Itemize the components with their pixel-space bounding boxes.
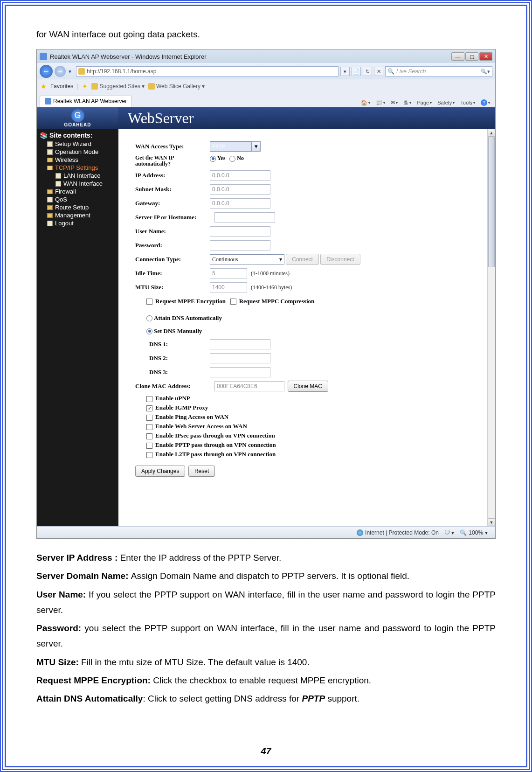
connect-button[interactable]: Connect — [286, 254, 319, 265]
add-fav-icon[interactable]: ✦ — [82, 83, 88, 90]
idle-input[interactable] — [210, 268, 247, 278]
tree-qos[interactable]: QoS — [40, 195, 118, 203]
tree-management[interactable]: Management — [40, 211, 118, 219]
scrollbar[interactable]: ▲ ▼ — [487, 129, 495, 526]
conn-type-label: Connection Type: — [135, 256, 210, 263]
conn-type-select[interactable]: Continuous▾ — [210, 254, 284, 264]
mppc-checkbox[interactable] — [230, 299, 236, 305]
desc-mppe-hd: Request MPPE Encryption: — [36, 675, 153, 685]
upnp-checkbox[interactable] — [146, 396, 152, 402]
maximize-button[interactable]: ▢ — [465, 52, 478, 61]
igmp-checkbox[interactable]: ✓ — [146, 405, 152, 411]
fav-link-webslice[interactable]: Web Slice Gallery ▾ — [148, 83, 205, 90]
back-button[interactable]: ← — [40, 65, 53, 78]
ip-address-input[interactable] — [210, 170, 270, 181]
gateway-input[interactable] — [210, 198, 270, 209]
username-input[interactable] — [210, 226, 270, 236]
wan-access-select[interactable]: PPTP — [210, 141, 252, 152]
wan-ip-no-radio[interactable] — [229, 156, 235, 162]
close-button[interactable]: ✕ — [479, 52, 492, 61]
reset-button[interactable]: Reset — [188, 466, 215, 477]
ipsec-checkbox[interactable] — [146, 433, 152, 439]
protected-icon[interactable]: 🛡 ▾ — [442, 529, 457, 536]
tree-logout[interactable]: Logout — [40, 219, 118, 227]
password-label: Password: — [135, 242, 210, 249]
mtu-hint: (1400-1460 bytes) — [251, 284, 292, 291]
search-input[interactable]: 🔍 Live Search 🔍▾ — [385, 66, 492, 77]
help-icon[interactable]: ?▾ — [478, 98, 492, 107]
compat-icon[interactable]: 📄 — [352, 67, 361, 76]
chevron-down-icon[interactable]: ▾ — [251, 141, 261, 152]
tools-menu[interactable]: Tools▾ — [458, 99, 477, 106]
stop-button[interactable]: ✕ — [374, 67, 383, 76]
desc-domain: Assign Domain Name and dispatch to PPTP … — [131, 571, 409, 581]
tree-lan-interface[interactable]: LAN Interface — [40, 172, 118, 180]
mppe-checkbox[interactable] — [146, 299, 152, 305]
tree-tcpip[interactable]: TCP/IP Settings — [40, 164, 118, 172]
home-icon[interactable]: 🏠▾ — [359, 99, 373, 107]
status-bar: Internet | Protected Mode: On 🛡 ▾ 🔍 100%… — [37, 526, 495, 538]
clone-mac-input[interactable] — [214, 381, 284, 391]
desc-dns-1: : Click to select getting DNS address fo… — [143, 694, 302, 703]
mtu-input[interactable] — [210, 282, 247, 292]
feeds-icon[interactable]: 📰▾ — [373, 99, 387, 107]
server-ip-input[interactable] — [214, 212, 275, 223]
pptp-checkbox[interactable] — [146, 443, 152, 449]
wan-ip-yes-radio[interactable] — [210, 156, 216, 162]
password-input[interactable] — [210, 240, 270, 250]
desc-dns-hd: Attain DNS Automatically — [36, 694, 143, 703]
webserver-checkbox[interactable] — [146, 424, 152, 430]
l2tp-checkbox[interactable] — [146, 452, 152, 458]
dns1-input[interactable] — [210, 339, 270, 349]
refresh-button[interactable]: ↻ — [363, 67, 372, 76]
tree-route-setup[interactable]: Route Setup — [40, 203, 118, 211]
safety-menu[interactable]: Safety▾ — [435, 99, 457, 106]
tree-wireless[interactable]: Wireless — [40, 156, 118, 164]
page-menu[interactable]: Page▾ — [415, 99, 434, 106]
desc-username-hd: User Name: — [36, 590, 89, 599]
forward-button[interactable]: → — [55, 66, 66, 77]
webserver-label: Enable Web Server Access on WAN — [155, 423, 247, 430]
dns3-label: DNS 3: — [135, 369, 210, 376]
idle-label: Idle Time: — [135, 270, 210, 277]
clone-mac-button[interactable]: Clone MAC — [288, 381, 328, 392]
pptp-label: Enable PPTP pass through on VPN connecti… — [155, 441, 276, 448]
scroll-up-icon[interactable]: ▲ — [488, 129, 495, 137]
ie-icon — [40, 53, 47, 60]
mail-icon[interactable]: ✉▾ — [388, 99, 400, 107]
scroll-thumb[interactable] — [488, 137, 495, 267]
l2tp-label: Enable L2TP pass through on VPN connecti… — [155, 451, 276, 458]
dns2-input[interactable] — [210, 353, 270, 363]
search-placeholder: Live Search — [396, 68, 479, 75]
wan-access-label: WAN Access Type: — [135, 143, 210, 150]
tree-firewall[interactable]: Firewall — [40, 188, 118, 195]
dns-auto-radio[interactable] — [146, 315, 152, 321]
favorites-star-icon[interactable]: ★ — [41, 83, 47, 90]
disconnect-button[interactable]: Disconnect — [320, 254, 360, 265]
ip-address-label: IP Address: — [135, 172, 210, 179]
dns3-input[interactable] — [210, 367, 270, 377]
print-icon[interactable]: 🖶▾ — [401, 99, 414, 106]
dns-manual-radio[interactable] — [146, 328, 152, 334]
desc-password-hd: Password: — [36, 623, 84, 633]
tree-wan-interface[interactable]: WAN Interface — [40, 180, 118, 188]
fav-link-suggested[interactable]: Suggested Sites ▾ — [91, 83, 144, 90]
minimize-button[interactable]: — — [451, 52, 464, 61]
subnet-input[interactable] — [210, 184, 270, 195]
scroll-down-icon[interactable]: ▼ — [488, 518, 495, 526]
address-bar: ← → ▼ http://192.168.1.1/home.asp ▾ 📄 ↻ … — [37, 63, 495, 79]
webserver-header: G GOAHEAD WebServer — [37, 107, 495, 129]
desc-dns-2: support. — [325, 694, 359, 703]
tree-operation-mode[interactable]: Operation Mode — [40, 148, 118, 156]
tree-root-label: 📚Site contents: — [40, 132, 118, 139]
browser-tab[interactable]: Realtek WLAN AP Webserver — [40, 96, 132, 107]
nav-history-dropdown[interactable]: ▼ — [68, 69, 74, 74]
search-go-icon[interactable]: 🔍▾ — [481, 69, 490, 75]
url-dropdown-icon[interactable]: ▾ — [340, 67, 350, 76]
apply-button[interactable]: Apply Changes — [135, 466, 185, 477]
ping-checkbox[interactable] — [146, 415, 152, 421]
favorites-label: Favorites — [50, 83, 73, 90]
url-input[interactable]: http://192.168.1.1/home.asp — [76, 66, 339, 77]
tree-setup-wizard[interactable]: Setup Wizard — [40, 140, 118, 148]
zoom-status[interactable]: 🔍 100% ▾ — [457, 529, 491, 536]
